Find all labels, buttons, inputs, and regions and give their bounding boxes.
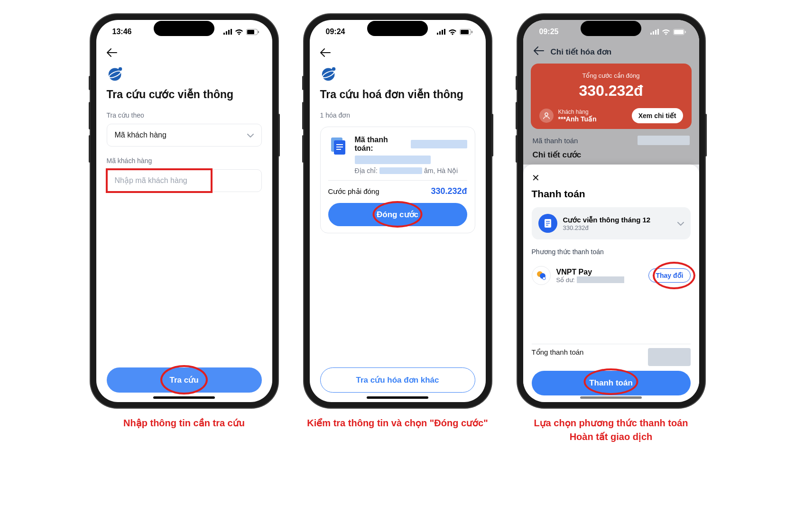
svg-rect-11: [439, 31, 441, 35]
vnpt-pay-icon: [532, 266, 551, 285]
svg-rect-23: [336, 147, 343, 147]
amount-label: Cước phải đóng: [328, 187, 379, 196]
svg-point-9: [118, 67, 122, 71]
svg-rect-5: [247, 30, 254, 34]
total-label: Tổng thanh toán: [532, 348, 584, 357]
lookup-type-select[interactable]: Mã khách hàng: [107, 124, 262, 147]
svg-rect-2: [228, 30, 230, 35]
close-button[interactable]: ✕: [532, 172, 691, 183]
lookup-type-value: Mã khách hàng: [115, 131, 166, 139]
svg-rect-30: [674, 30, 684, 34]
svg-rect-35: [546, 223, 550, 224]
svg-rect-31: [685, 31, 686, 33]
svg-rect-10: [437, 33, 438, 35]
svg-rect-36: [546, 225, 548, 226]
svg-rect-6: [258, 31, 259, 33]
redacted-value: [355, 156, 431, 164]
redacted-value: [577, 276, 624, 283]
phone-frame-2: 09:24: [304, 14, 491, 408]
wifi-icon: [448, 29, 457, 35]
view-detail-button[interactable]: Xem chi tiết: [632, 108, 683, 123]
payment-code-label: Mã thanh toán:: [355, 136, 408, 153]
item-amount: 330.232đ: [563, 224, 672, 231]
phone-frame-3: 09:25: [518, 14, 705, 408]
invoice-icon: [328, 136, 349, 156]
svg-rect-25: [650, 33, 652, 35]
svg-rect-26: [653, 31, 654, 35]
svg-rect-12: [442, 30, 443, 35]
cellular-signal-icon: [650, 29, 659, 35]
svg-rect-22: [336, 144, 343, 145]
address-label: Địa chỉ:: [355, 167, 378, 174]
redacted-value: [638, 136, 690, 145]
customer-name: ***Anh Tuấn: [558, 115, 597, 123]
svg-rect-13: [444, 29, 445, 35]
vnpt-logo-icon: [107, 64, 125, 83]
change-method-button[interactable]: Thay đổi: [648, 268, 690, 283]
amount-value: 330.232đ: [431, 186, 467, 196]
battery-icon: [460, 29, 472, 35]
customer-label: Khách hàng: [558, 109, 597, 115]
home-indicator[interactable]: [580, 396, 642, 399]
payment-item[interactable]: Cước viễn thông tháng 12 330.232đ: [532, 207, 691, 239]
payment-sheet: ✕ Thanh toán Cước viễn thông tháng 12 33…: [523, 165, 699, 402]
address-suffix: âm, Hà Nội: [424, 167, 458, 174]
vnpt-logo-icon: [320, 64, 338, 83]
avatar-icon: [539, 109, 554, 123]
svg-point-32: [545, 113, 548, 116]
svg-rect-16: [471, 31, 472, 33]
back-button[interactable]: [320, 44, 475, 64]
customer-code-input[interactable]: [107, 169, 262, 192]
svg-rect-34: [546, 221, 550, 222]
total-due-value: 330.232đ: [539, 82, 683, 100]
caption-step-3: Lựa chọn phương thức thanh toán Hoàn tất…: [534, 416, 688, 444]
caption-step-2: Kiểm tra thông tin và chọn "Đóng cước": [307, 416, 488, 430]
customer-code-label: Mã khách hàng: [107, 157, 262, 165]
header-title: Chi tiết hóa đơn: [551, 47, 612, 57]
svg-rect-0: [223, 33, 225, 35]
status-time: 09:24: [326, 28, 345, 36]
pay-fee-button[interactable]: Đóng cước: [328, 203, 467, 226]
status-bar: 09:24: [310, 20, 486, 44]
payment-method-row: VNPT Pay Số dư: Thay đổi: [532, 266, 691, 285]
payment-code-label: Mã thanh toán: [533, 137, 578, 145]
page-title: Tra cứu hoá đơn viễn thông: [320, 88, 475, 101]
back-button[interactable]: [107, 44, 262, 64]
invoice-card: Mã thanh toán: Địa chỉ: âm, Hà Nội: [320, 127, 475, 233]
fee-detail-title: Chi tiết cước: [533, 150, 690, 160]
cellular-signal-icon: [437, 29, 445, 35]
redacted-value: [648, 348, 691, 366]
battery-icon: [246, 29, 259, 35]
checkout-button[interactable]: Thanh toán: [532, 371, 691, 395]
sheet-title: Thanh toán: [532, 188, 691, 200]
total-row: Tổng thanh toán: [532, 344, 691, 371]
home-indicator[interactable]: [153, 396, 215, 399]
chevron-down-icon: [247, 131, 254, 139]
item-title: Cước viễn thông tháng 12: [563, 216, 672, 224]
back-button[interactable]: [534, 46, 544, 57]
invoice-count: 1 hóa đơn: [320, 111, 475, 119]
balance-label: Số dư:: [556, 276, 575, 284]
lookup-submit-button[interactable]: Tra cứu: [107, 367, 262, 393]
lookup-other-button[interactable]: Tra cứu hóa đơn khác: [320, 367, 475, 393]
svg-rect-28: [657, 29, 659, 35]
redacted-value: [411, 140, 467, 148]
phone-frame-1: 13:46: [91, 14, 278, 408]
status-time: 09:25: [539, 28, 559, 36]
wifi-icon: [662, 29, 670, 35]
svg-rect-3: [231, 29, 232, 35]
caption-step-1: Nhập thông tin cần tra cứu: [123, 416, 245, 430]
method-section-label: Phương thức thanh toán: [532, 248, 691, 256]
cellular-signal-icon: [223, 29, 232, 35]
svg-rect-27: [655, 30, 656, 35]
svg-rect-1: [226, 31, 227, 35]
home-indicator[interactable]: [367, 396, 428, 399]
method-name: VNPT Pay: [556, 268, 643, 276]
status-bar: 09:25: [523, 20, 699, 44]
total-due-card: Tổng cước cần đóng 330.232đ Khách hàng *…: [531, 64, 692, 129]
svg-point-19: [332, 67, 335, 71]
svg-point-39: [543, 277, 545, 280]
total-due-label: Tổng cước cần đóng: [539, 72, 683, 79]
svg-rect-24: [336, 149, 341, 150]
wifi-icon: [235, 29, 243, 35]
